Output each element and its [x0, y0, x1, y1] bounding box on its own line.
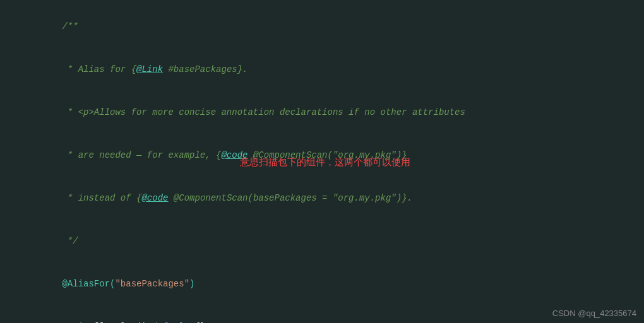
- code-content-3: * <p>Allows for more concise annotation …: [20, 91, 644, 133]
- code-line-3: * <p>Allows for more concise annotation …: [0, 91, 644, 134]
- code-content-7: @AliasFor("basePackages"): [20, 263, 644, 305]
- code-content-4: * are needed — for example, {@code @Comp…: [20, 134, 644, 176]
- code-content-6: */: [20, 220, 644, 262]
- code-content-5: * instead of {@code @ComponentScan(baseP…: [20, 177, 644, 219]
- chinese-annotation: 意思扫描包下的组件，这两个都可以使用: [240, 156, 410, 168]
- code-line-5: * instead of {@code @ComponentScan(baseP…: [0, 177, 644, 220]
- code-content-8: String[] value() default {};: [20, 306, 644, 323]
- code-line-6: */: [0, 220, 644, 262]
- code-content-2: * Alias for {@Link #basePackages}.: [20, 49, 644, 90]
- code-line-2: * Alias for {@Link #basePackages}.: [0, 48, 644, 91]
- code-line-7: @AliasFor("basePackages"): [0, 262, 644, 305]
- code-line-8: String[] value() default {};: [0, 305, 644, 323]
- code-line-4: * are needed — for example, {@code @Comp…: [0, 134, 644, 177]
- watermark: CSDN @qq_42335674: [552, 308, 636, 318]
- code-editor: /** * Alias for {@Link #basePackages}. *…: [0, 0, 644, 323]
- code-content-1: /**: [20, 6, 644, 47]
- code-line-1: /**: [0, 5, 644, 48]
